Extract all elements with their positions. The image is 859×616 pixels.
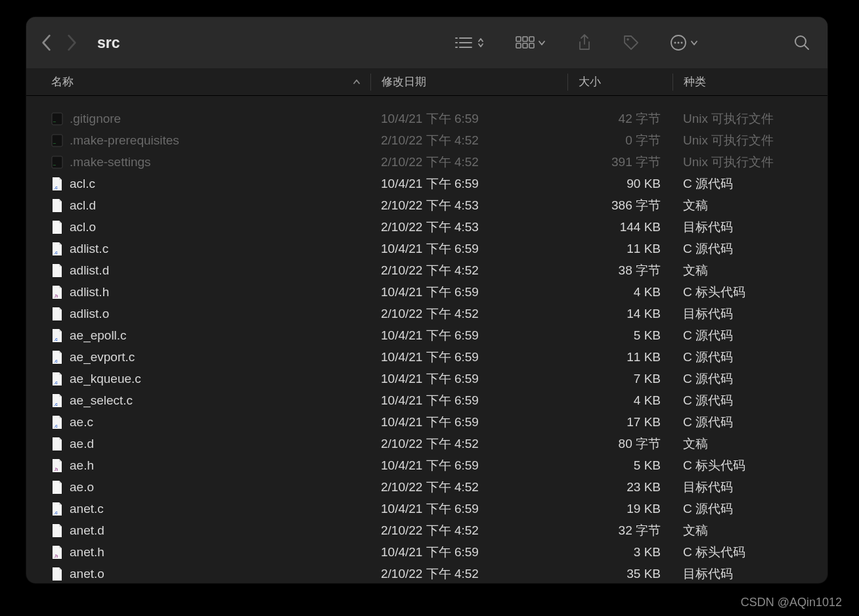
column-label: 种类 [684,74,706,89]
file-name: ae_select.c [70,393,133,408]
tag-button[interactable] [620,32,642,54]
column-header-size[interactable]: 大小 [567,74,672,91]
file-row[interactable]: .cae_kqueue.c10/4/21 下午 6:597 KBC 源代码 [26,368,827,389]
file-size: 11 KB [627,350,661,364]
forward-button[interactable] [67,34,77,51]
share-button[interactable] [574,31,595,55]
file-size: 11 KB [627,242,661,255]
file-name: adlist.h [70,285,109,299]
svg-point-16 [681,42,683,44]
file-row[interactable]: .cae_select.c10/4/21 下午 6:594 KBC 源代码 [26,389,827,411]
file-kind: 目标代码 [683,307,733,320]
file-date: 2/10/22 下午 4:52 [381,523,479,537]
file-row[interactable]: .cae_epoll.c10/4/21 下午 6:595 KBC 源代码 [26,324,827,346]
file-row[interactable]: .cadlist.c10/4/21 下午 6:5911 KBC 源代码 [26,238,827,259]
svg-text:.c: .c [54,337,58,341]
file-size: 90 KB [627,177,661,190]
file-row[interactable]: acl.d2/10/22 下午 4:53386 字节文稿 [26,194,827,216]
file-row[interactable]: .cae_evport.c10/4/21 下午 6:5911 KBC 源代码 [26,346,827,368]
file-row[interactable]: .cae.c10/4/21 下午 6:5917 KBC 源代码 [26,411,827,433]
file-kind: C 源代码 [683,393,733,407]
document-file-icon [51,198,63,213]
view-list-button[interactable] [452,33,487,53]
column-header-date[interactable]: 修改日期 [370,74,567,91]
file-row[interactable]: _.make-prerequisites2/10/22 下午 4:520 字节U… [26,129,827,151]
file-kind: C 标头代码 [683,545,745,559]
nav-group [41,34,77,51]
file-row[interactable]: anet.o2/10/22 下午 4:5235 KB目标代码 [26,563,827,583]
svg-text:_: _ [53,160,56,165]
chevron-down-icon [537,38,546,47]
file-date: 2/10/22 下午 4:52 [381,263,479,277]
file-size: 5 KB [634,458,661,472]
file-row[interactable]: acl.o2/10/22 下午 4:53144 KB目标代码 [26,216,827,238]
file-name: .gitignore [70,112,121,126]
c-file-icon: .c [51,350,63,364]
file-name: adlist.d [70,263,109,278]
svg-text:.h: .h [54,467,58,472]
column-headers: 名称 修改日期 大小 种类 [26,68,827,96]
file-date: 2/10/22 下午 4:52 [381,307,479,320]
toolbar-actions [452,31,813,55]
back-button[interactable] [41,34,51,51]
svg-rect-7 [523,37,527,41]
file-name: adlist.c [70,242,108,256]
file-row[interactable]: ae.o2/10/22 下午 4:5223 KB目标代码 [26,476,827,498]
svg-text:.h: .h [54,554,58,558]
file-date: 10/4/21 下午 6:59 [381,285,479,299]
file-kind: Unix 可执行文件 [683,133,774,147]
group-button[interactable] [512,33,549,53]
document-file-icon [51,307,63,321]
file-row[interactable]: adlist.o2/10/22 下午 4:5214 KB目标代码 [26,303,827,324]
c-file-icon: .c [51,393,63,408]
file-kind: C 源代码 [683,415,733,429]
more-button[interactable] [667,32,701,54]
file-name: ae.o [70,480,94,495]
file-kind: 文稿 [683,523,708,537]
file-row[interactable]: .hae.h10/4/21 下午 6:595 KBC 标头代码 [26,454,827,476]
column-header-kind[interactable]: 种类 [672,74,827,91]
file-row[interactable]: _.make-settings2/10/22 下午 4:52391 字节Unix… [26,151,827,173]
c-file-icon: .c [51,502,63,516]
document-file-icon [51,220,63,234]
column-label: 修改日期 [382,74,426,89]
svg-text:_: _ [53,139,56,144]
exec-file-icon: _ [51,133,63,148]
file-date: 10/4/21 下午 6:59 [381,458,479,472]
file-name: anet.o [70,567,104,581]
file-row[interactable]: .canet.c10/4/21 下午 6:5919 KBC 源代码 [26,498,827,519]
file-date: 2/10/22 下午 4:53 [381,220,479,234]
finder-window: src [26,17,827,583]
search-button[interactable] [791,32,813,54]
file-row[interactable]: .cacl.c10/4/21 下午 6:5990 KBC 源代码 [26,173,827,194]
file-row[interactable]: _.gitignore10/4/21 下午 6:5942 字节Unix 可执行文… [26,108,827,129]
file-kind: C 标头代码 [683,285,745,299]
svg-point-12 [627,38,629,41]
file-row[interactable]: anet.d2/10/22 下午 4:5232 字节文稿 [26,519,827,541]
column-header-name[interactable]: 名称 [30,74,370,89]
h-file-icon: .h [51,458,63,473]
file-row[interactable]: ae.d2/10/22 下午 4:5280 字节文稿 [26,433,827,454]
file-row[interactable]: .hanet.h10/4/21 下午 6:593 KBC 标头代码 [26,541,827,563]
h-file-icon: .h [51,285,63,299]
sort-indicator-icon [352,77,361,87]
file-date: 2/10/22 下午 4:52 [381,155,479,169]
file-kind: 目标代码 [683,220,733,234]
file-name: anet.h [70,545,104,560]
document-file-icon [51,523,63,538]
file-row[interactable]: .hadlist.h10/4/21 下午 6:594 KBC 标头代码 [26,281,827,303]
file-date: 2/10/22 下午 4:52 [381,133,479,147]
file-row[interactable]: adlist.d2/10/22 下午 4:5238 字节文稿 [26,259,827,281]
file-kind: 目标代码 [683,480,733,494]
file-name: acl.o [70,220,96,234]
file-size: 14 KB [627,307,661,320]
file-size: 386 字节 [611,198,661,212]
file-date: 10/4/21 下午 6:59 [381,502,479,516]
svg-text:.h: .h [54,294,58,298]
c-file-icon: .c [51,328,63,343]
view-list-stepper-icon [477,37,485,49]
file-name: ae.c [70,415,93,429]
file-size: 5 KB [634,328,661,342]
file-kind: 目标代码 [683,567,733,581]
file-name: anet.c [70,502,104,516]
